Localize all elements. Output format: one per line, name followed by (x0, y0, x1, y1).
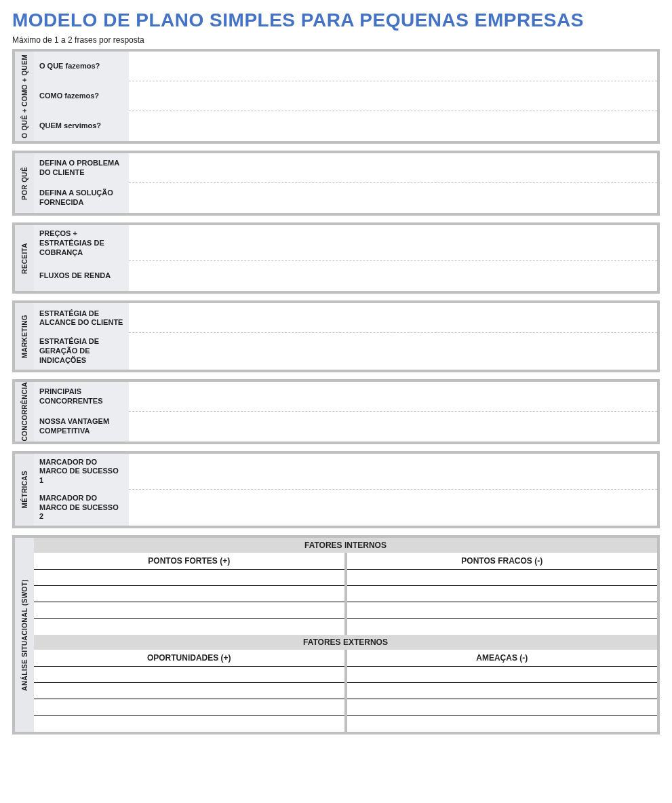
row-input[interactable] (129, 111, 657, 141)
swot-cell[interactable] (347, 619, 658, 635)
row-pricing-billing: PREÇOS + ESTRATÉGIAS DE COBRANÇA (34, 225, 657, 261)
swot-strengths-col: PONTOS FORTES (+) (34, 553, 344, 635)
swot-opportunities-header: OPORTUNIDADES (+) (34, 650, 344, 667)
section-competition: CONCORRÊNCIA PRINCIPAIS CONCORRENTES NOS… (12, 379, 660, 444)
row-who-we-serve: QUEM servimos? (34, 111, 657, 141)
row-label: DEFINA O PROBLEMA DO CLIENTE (34, 153, 129, 183)
section-label: O QUÊ + COMO + QUEM (15, 52, 34, 141)
row-label: QUEM servimos? (34, 111, 129, 141)
row-input[interactable] (129, 261, 657, 291)
row-input[interactable] (129, 454, 657, 490)
row-input[interactable] (129, 81, 657, 111)
row-reach-strategy: ESTRATÉGIA DE ALCANCE DO CLIENTE (34, 303, 657, 333)
swot-cell[interactable] (347, 699, 658, 716)
swot-weaknesses-header: PONTOS FRACOS (-) (347, 553, 658, 570)
row-input[interactable] (129, 333, 657, 369)
swot-internal-title: FATORES INTERNOS (34, 538, 657, 553)
row-label: PRINCIPAIS CONCORRENTES (34, 382, 129, 412)
swot-threats-header: AMEAÇAS (-) (347, 650, 658, 667)
row-input[interactable] (129, 225, 657, 261)
section-label: CONCORRÊNCIA (15, 382, 34, 442)
swot-cell[interactable] (34, 602, 344, 619)
row-input[interactable] (129, 303, 657, 333)
swot-weaknesses-col: PONTOS FRACOS (-) (344, 553, 658, 635)
row-input[interactable] (129, 412, 657, 442)
row-label: MARCADOR DO MARCO DE SUCESSO 2 (34, 490, 129, 526)
section-label: MÉTRICAS (15, 454, 34, 526)
swot-cell[interactable] (34, 699, 344, 716)
swot-cell[interactable] (34, 619, 344, 635)
page-subtitle: Máximo de 1 a 2 frases por resposta (12, 35, 660, 45)
swot-cell[interactable] (347, 602, 658, 619)
row-customer-problem: DEFINA O PROBLEMA DO CLIENTE (34, 153, 657, 183)
page-title: MODELO DE PLANO SIMPLES PARA PEQUENAS EM… (12, 9, 660, 31)
section-label: RECEITA (15, 225, 34, 291)
row-label: COMO fazemos? (34, 81, 129, 111)
row-input[interactable] (129, 490, 657, 526)
row-milestone-2: MARCADOR DO MARCO DE SUCESSO 2 (34, 490, 657, 526)
section-label: MARKETING (15, 303, 34, 369)
row-label: DEFINA A SOLUÇÃO FORNECIDA (34, 183, 129, 213)
section-label: ANÁLISE SITUACIONAL (SWOT) (15, 538, 34, 732)
row-input[interactable] (129, 52, 657, 81)
swot-strengths-header: PONTOS FORTES (+) (34, 553, 344, 570)
section-marketing: MARKETING ESTRATÉGIA DE ALCANCE DO CLIEN… (12, 300, 660, 372)
section-label: POR QUÊ (15, 153, 34, 213)
row-income-streams: FLUXOS DE RENDA (34, 261, 657, 291)
row-referral-strategy: ESTRATÉGIA DE GERAÇÃO DE INDICAÇÕES (34, 333, 657, 369)
swot-cell[interactable] (347, 667, 658, 683)
swot-cell[interactable] (347, 683, 658, 699)
row-input[interactable] (129, 183, 657, 213)
row-milestone-1: MARCADOR DO MARCO DE SUCESSO 1 (34, 454, 657, 490)
section-why: POR QUÊ DEFINA O PROBLEMA DO CLIENTE DEF… (12, 151, 660, 216)
swot-external-title: FATORES EXTERNOS (34, 635, 657, 650)
swot-cell[interactable] (34, 586, 344, 602)
row-solution-provided: DEFINA A SOLUÇÃO FORNECIDA (34, 183, 657, 213)
row-label: FLUXOS DE RENDA (34, 261, 129, 291)
swot-cell[interactable] (34, 570, 344, 586)
row-label: ESTRATÉGIA DE ALCANCE DO CLIENTE (34, 303, 129, 333)
row-main-competitors: PRINCIPAIS CONCORRENTES (34, 382, 657, 412)
swot-cell[interactable] (34, 667, 344, 683)
row-input[interactable] (129, 153, 657, 183)
row-competitive-advantage: NOSSA VANTAGEM COMPETITIVA (34, 412, 657, 442)
row-label: PREÇOS + ESTRATÉGIAS DE COBRANÇA (34, 225, 129, 261)
row-label: NOSSA VANTAGEM COMPETITIVA (34, 412, 129, 442)
swot-threats-col: AMEAÇAS (-) (344, 650, 658, 732)
swot-opportunities-col: OPORTUNIDADES (+) (34, 650, 344, 732)
row-label: O QUE fazemos? (34, 52, 129, 81)
swot-cell[interactable] (347, 570, 658, 586)
swot-cell[interactable] (347, 716, 658, 732)
swot-cell[interactable] (34, 716, 344, 732)
section-metrics: MÉTRICAS MARCADOR DO MARCO DE SUCESSO 1 … (12, 451, 660, 529)
row-input[interactable] (129, 382, 657, 412)
row-what-we-do: O QUE fazemos? (34, 52, 657, 81)
row-label: ESTRATÉGIA DE GERAÇÃO DE INDICAÇÕES (34, 333, 129, 369)
row-label: MARCADOR DO MARCO DE SUCESSO 1 (34, 454, 129, 490)
section-what-how-who: O QUÊ + COMO + QUEM O QUE fazemos? COMO … (12, 49, 660, 144)
row-how-we-do: COMO fazemos? (34, 81, 657, 111)
swot-analysis: ANÁLISE SITUACIONAL (SWOT) FATORES INTER… (12, 535, 660, 735)
swot-cell[interactable] (347, 586, 658, 602)
section-revenue: RECEITA PREÇOS + ESTRATÉGIAS DE COBRANÇA… (12, 222, 660, 294)
swot-cell[interactable] (34, 683, 344, 699)
